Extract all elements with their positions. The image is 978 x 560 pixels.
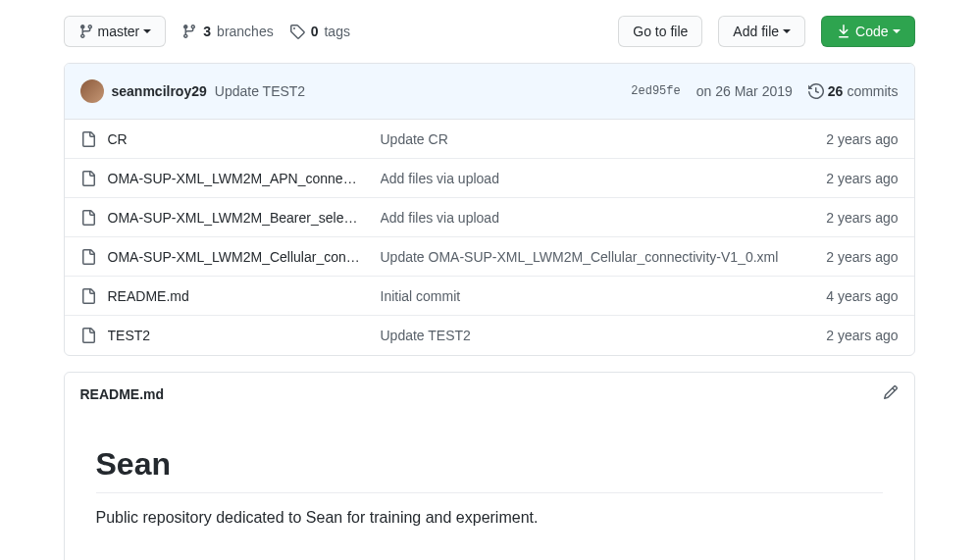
download-icon [836, 24, 851, 39]
file-age: 4 years ago [826, 288, 898, 304]
readme-paragraph: Public repository dedicated to Sean for … [96, 509, 883, 527]
branches-count: 3 [203, 24, 211, 39]
file-row: TEST2Update TEST22 years ago [65, 316, 914, 355]
file-commit-message[interactable]: Add files via upload [381, 210, 811, 226]
latest-commit-bar: seanmcilroy29 Update TEST2 2ed95fe on 26… [65, 64, 914, 120]
file-name[interactable]: OMA-SUP-XML_LWM2M_Cellular_con… [108, 249, 360, 265]
branches-label: branches [217, 24, 274, 39]
caret-down-icon [893, 29, 901, 37]
commit-date: on 26 Mar 2019 [696, 83, 793, 99]
pencil-icon [883, 384, 899, 400]
file-age: 2 years ago [826, 328, 898, 343]
tags-label: tags [324, 24, 349, 39]
file-icon [80, 171, 96, 186]
file-row: CRUpdate CR2 years ago [65, 120, 914, 159]
tag-icon [289, 24, 305, 39]
branches-link[interactable]: 3 branches [181, 24, 273, 39]
repo-action-bar: master 3 branches 0 tags Go to file Add … [64, 16, 915, 47]
readme-title: Sean [96, 446, 883, 493]
file-icon [80, 288, 96, 304]
commits-label: commits [847, 83, 898, 99]
file-icon [80, 131, 96, 147]
file-age: 2 years ago [826, 131, 898, 147]
git-branch-icon [181, 24, 197, 39]
file-commit-message[interactable]: Update CR [381, 131, 811, 147]
code-button[interactable]: Code [821, 16, 914, 47]
readme-box: README.md Sean Public repository dedicat… [64, 372, 915, 560]
commits-count: 26 [828, 83, 844, 99]
tags-link[interactable]: 0 tags [289, 24, 350, 39]
file-row: OMA-SUP-XML_LWM2M_APN_conne…Add files vi… [65, 159, 914, 198]
file-name[interactable]: README.md [108, 288, 189, 304]
file-commit-message[interactable]: Initial commit [381, 288, 811, 304]
caret-down-icon [783, 29, 791, 37]
file-age: 2 years ago [826, 171, 898, 186]
caret-down-icon [143, 29, 151, 37]
branch-select-button[interactable]: master [64, 16, 167, 47]
file-age: 2 years ago [826, 249, 898, 265]
readme-header: README.md [65, 373, 914, 415]
file-commit-message[interactable]: Update OMA-SUP-XML_LWM2M_Cellular_connec… [381, 249, 811, 265]
commit-author[interactable]: seanmcilroy29 [112, 83, 207, 99]
file-icon [80, 249, 96, 265]
commits-link[interactable]: 26 commits [808, 83, 899, 99]
commit-sha[interactable]: 2ed95fe [631, 84, 680, 98]
file-age: 2 years ago [826, 210, 898, 226]
file-row: OMA-SUP-XML_LWM2M_Cellular_con…Update OM… [65, 237, 914, 277]
file-commit-message[interactable]: Update TEST2 [381, 328, 811, 343]
file-name[interactable]: CR [108, 131, 128, 147]
file-name[interactable]: OMA-SUP-XML_LWM2M_APN_conne… [108, 171, 357, 186]
commit-message[interactable]: Update TEST2 [215, 83, 305, 99]
history-icon [808, 83, 824, 99]
file-commit-message[interactable]: Add files via upload [381, 171, 811, 186]
edit-readme-button[interactable] [883, 384, 899, 403]
readme-body: Sean Public repository dedicated to Sean… [65, 415, 914, 560]
file-icon [80, 210, 96, 226]
add-file-button[interactable]: Add file [718, 16, 805, 47]
avatar[interactable] [80, 79, 104, 103]
branch-name: master [98, 22, 140, 41]
go-to-file-button[interactable]: Go to file [618, 16, 702, 47]
file-name[interactable]: TEST2 [108, 328, 151, 343]
file-icon [80, 328, 96, 343]
git-branch-icon [78, 24, 94, 39]
file-list-box: seanmcilroy29 Update TEST2 2ed95fe on 26… [64, 63, 915, 356]
file-row: README.mdInitial commit4 years ago [65, 277, 914, 316]
readme-filename[interactable]: README.md [80, 386, 165, 402]
tags-count: 0 [311, 24, 319, 39]
file-name[interactable]: OMA-SUP-XML_LWM2M_Bearer_sele… [108, 210, 358, 226]
file-row: OMA-SUP-XML_LWM2M_Bearer_sele…Add files … [65, 198, 914, 237]
